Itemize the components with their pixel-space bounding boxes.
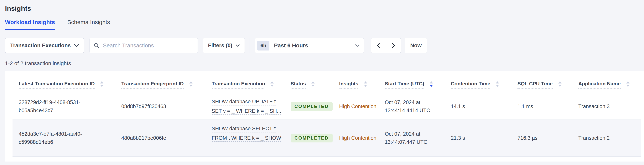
cell-insights: High Contention xyxy=(339,119,385,157)
sort-icon[interactable] xyxy=(496,81,499,87)
chevron-down-icon xyxy=(74,44,79,47)
status-badge: COMPLETED xyxy=(290,102,332,111)
table-row: 452da3e7-e7fa-4801-aa40- c59988d14eb6 48… xyxy=(12,119,641,157)
cell-fingerprint-id: 480a8b217be006fe xyxy=(121,119,212,157)
toolbar-divider xyxy=(250,38,250,53)
filters-button[interactable]: Filters (0) xyxy=(203,38,245,53)
cell-contention-time: 14.1 s xyxy=(451,93,518,119)
chevron-left-icon xyxy=(377,43,380,48)
insights-page: Insights Workload Insights Schema Insigh… xyxy=(0,0,644,165)
column-header-fingerprint-id[interactable]: Transaction Fingerprint ID xyxy=(121,73,212,93)
now-button[interactable]: Now xyxy=(404,38,427,53)
sort-icon[interactable] xyxy=(364,81,367,87)
sort-icon[interactable] xyxy=(189,81,192,87)
filters-button-label: Filters (0) xyxy=(208,42,232,49)
high-contention-link[interactable]: High Contention xyxy=(339,102,376,111)
insights-table-card: Latest Transaction Execution ID Transact… xyxy=(5,71,644,161)
page-title: Insights xyxy=(0,0,644,12)
column-header-status[interactable]: Status xyxy=(290,73,339,93)
column-header-transaction-execution[interactable]: Transaction Execution xyxy=(212,73,290,93)
tab-schema-insights[interactable]: Schema Insights xyxy=(67,19,110,30)
time-step-buttons xyxy=(371,38,401,53)
toolbar: Transaction Executions Filters (0) 6h Pa… xyxy=(5,38,644,53)
column-header-insights[interactable]: Insights xyxy=(339,73,385,93)
results-summary: 1-2 of 2 transaction insights xyxy=(5,60,644,67)
column-header-sql-cpu-time[interactable]: SQL CPU Time xyxy=(518,73,578,93)
tab-workload-insights[interactable]: Workload Insights xyxy=(5,19,55,30)
cell-transaction-execution: SHOW database SELECT * FROM t WHERE k = … xyxy=(212,119,290,157)
time-range-label: Past 6 Hours xyxy=(274,42,308,49)
search-input[interactable] xyxy=(102,42,194,49)
cell-contention-time: 21.3 s xyxy=(451,119,518,157)
chevron-right-icon xyxy=(392,43,395,48)
high-contention-link[interactable]: High Contention xyxy=(339,134,376,142)
cell-start-time: Oct 07, 2024 at 13:44:14.4414 UTC xyxy=(385,93,451,119)
chevron-down-icon xyxy=(355,44,359,47)
cell-status: COMPLETED xyxy=(290,93,339,119)
column-header-start-time[interactable]: Start Time (UTC) xyxy=(385,73,451,93)
cell-execution-id: 328729d2-ff19-4408-8531- b05a5b4e43c7 xyxy=(12,93,121,119)
sort-icon[interactable] xyxy=(558,81,562,87)
cell-application-name: Transaction 3 xyxy=(578,93,641,119)
column-header-application-name[interactable]: Application Name xyxy=(578,73,641,93)
transaction-execution-link[interactable]: SHOW database UPDATE t SET v = _ WHERE k… xyxy=(212,97,281,116)
time-range-shortcut-badge: 6h xyxy=(257,41,269,51)
sort-icon-active-desc[interactable] xyxy=(430,81,433,87)
cell-start-time: Oct 07, 2024 at 13:44:07.447 UTC xyxy=(385,119,451,157)
column-header-latest-execution-id[interactable]: Latest Transaction Execution ID xyxy=(12,73,121,93)
search-box xyxy=(90,38,198,53)
column-header-contention-time[interactable]: Contention Time xyxy=(451,73,518,93)
cell-sql-cpu-time: 1.1 ms xyxy=(518,93,578,119)
table-header-row: Latest Transaction Execution ID Transact… xyxy=(12,73,641,93)
sort-icon[interactable] xyxy=(311,81,315,87)
transaction-insights-table: Latest Transaction Execution ID Transact… xyxy=(12,73,641,157)
cell-transaction-execution: SHOW database UPDATE t SET v = _ WHERE k… xyxy=(212,93,290,119)
execution-type-dropdown[interactable]: Transaction Executions xyxy=(5,38,84,53)
table-row: 328729d2-ff19-4408-8531- b05a5b4e43c7 08… xyxy=(12,93,641,119)
sort-icon[interactable] xyxy=(270,81,274,87)
sort-icon[interactable] xyxy=(626,81,630,87)
time-range-picker[interactable]: 6h Past 6 Hours xyxy=(255,38,364,53)
tab-bar: Workload Insights Schema Insights xyxy=(0,19,644,30)
cell-insights: High Contention xyxy=(339,93,385,119)
sort-icon[interactable] xyxy=(100,81,104,87)
search-icon xyxy=(94,43,99,48)
cell-sql-cpu-time: 716.3 µs xyxy=(518,119,578,157)
cell-fingerprint-id: 08d8b7d97f830463 xyxy=(121,93,212,119)
status-badge: COMPLETED xyxy=(290,134,332,142)
cell-execution-id: 452da3e7-e7fa-4801-aa40- c59988d14eb6 xyxy=(12,119,121,157)
transaction-execution-link[interactable]: SHOW database SELECT * FROM t WHERE k = … xyxy=(212,124,281,152)
cell-application-name: Transaction 2 xyxy=(578,119,641,157)
cell-status: COMPLETED xyxy=(290,119,339,157)
execution-type-dropdown-label: Transaction Executions xyxy=(10,42,71,49)
chevron-down-icon xyxy=(236,44,240,47)
time-next-button[interactable] xyxy=(386,38,401,53)
time-prev-button[interactable] xyxy=(371,38,386,53)
